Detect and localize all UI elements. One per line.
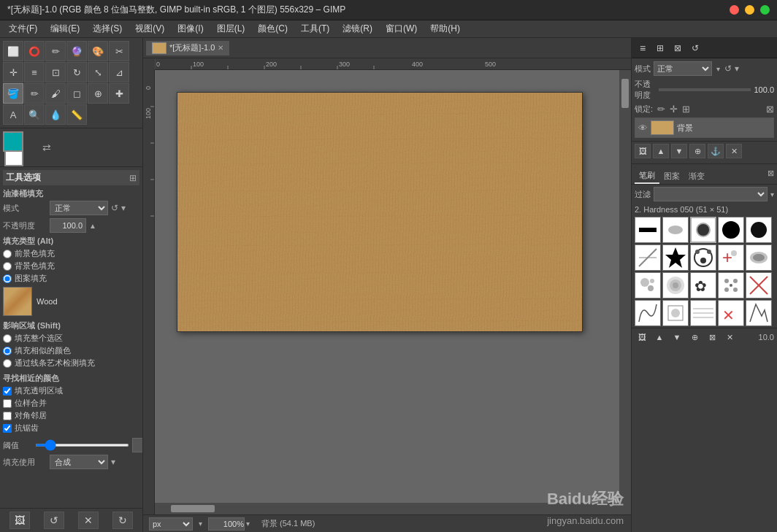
brush-item-8[interactable] [690,244,716,271]
lock-all-icon[interactable]: ⊠ [766,104,774,115]
layer-item[interactable]: 👁 背景 [635,118,773,137]
unit-chevron-icon[interactable]: ▾ [199,520,202,528]
affect3-radio[interactable] [3,359,12,368]
brush-item-16[interactable] [635,300,661,326]
rb-icon3[interactable]: ▼ [670,330,684,344]
tool-select-by-color[interactable]: 🎨 [88,41,108,61]
tool-bucket-fill[interactable]: 🪣 [3,83,23,104]
fill-use-select[interactable]: 合成 [50,455,108,469]
color-reset-icon[interactable]: ⇄ [42,142,51,153]
layers-opacity-bar[interactable] [659,88,751,91]
tool-options-expand-icon[interactable]: ⊞ [129,173,137,183]
tool-heal[interactable]: ✚ [109,83,129,104]
new-image-btn[interactable]: 🖼 [9,512,30,529]
brush-item-2[interactable] [662,217,689,243]
menu-layer[interactable]: 图层(L) [211,21,251,36]
layers-more-icon[interactable]: ▾ [735,63,739,74]
rb-icon4[interactable]: ⊕ [687,330,702,344]
tool-text[interactable]: A [3,104,23,125]
lock-position-icon[interactable]: ✛ [670,104,678,115]
pattern-box[interactable] [3,287,32,316]
tool-colorpicker[interactable]: 💧 [45,104,66,125]
layers-mode-chevron-icon[interactable]: ▾ [716,65,720,73]
tool-zoom[interactable]: 🔍 [24,104,45,125]
main-canvas[interactable] [177,92,583,332]
anchor-layer-btn[interactable]: ⚓ [708,144,724,158]
brush-item-6[interactable] [635,244,661,271]
right-top-icon1[interactable]: ≡ [635,40,651,56]
reset-btn[interactable]: ↺ [44,512,64,529]
affect1-radio[interactable] [3,334,12,343]
menu-image[interactable]: 图像(I) [172,21,209,36]
layers-reset-icon[interactable]: ↺ [724,63,732,74]
tool-crop[interactable]: ⊡ [45,62,66,82]
delete-layer-btn[interactable]: ✕ [726,144,742,158]
brush-item-13[interactable]: ✿ [690,272,716,298]
canvas-content[interactable] [155,70,631,503]
brush-item-1[interactable] [635,217,661,243]
right-top-icon3[interactable]: ⊠ [670,40,686,56]
fill-use-chevron-icon[interactable]: ▾ [111,457,115,467]
lock-pixel-icon[interactable]: ✏ [657,104,665,115]
canvas-tab-close-icon[interactable]: ✕ [218,44,223,52]
layers-mode-select[interactable]: 正常 [654,61,712,76]
brush-tab-more-icon[interactable]: ⊠ [768,169,774,184]
check1-checkbox[interactable] [3,387,12,396]
tab-brush[interactable]: 笔刷 [635,169,659,184]
tool-paintbrush[interactable]: 🖌 [45,83,66,104]
threshold-value[interactable]: 28.5 [132,438,142,452]
brush-item-12[interactable] [662,272,689,298]
brush-item-11[interactable] [635,272,661,298]
rb-icon1[interactable]: 🖼 [635,330,649,344]
brush-item-4[interactable] [718,217,744,243]
canvas-scroll-area[interactable]: 0 100 200 300 400 500 [143,58,631,514]
tool-rotate[interactable]: ↻ [66,62,87,82]
tool-shear[interactable]: ⊿ [109,62,129,82]
lock-alpha-icon[interactable]: ⊞ [682,104,690,115]
tool-scale[interactable]: ⤡ [88,62,108,82]
menu-file[interactable]: 文件(F) [3,21,43,36]
tool-fuzzy-select[interactable]: 🔮 [66,41,87,61]
tool-pencil[interactable]: ✏ [24,83,45,104]
brush-item-5[interactable] [746,217,772,243]
menu-tool[interactable]: 工具(T) [295,21,335,36]
filter-select[interactable] [654,187,768,201]
menu-window[interactable]: 窗口(W) [380,21,423,36]
opacity-input[interactable]: 100.0 [50,218,86,233]
mode-reset-icon[interactable]: ↺ [111,203,118,213]
brush-item-17[interactable] [662,300,689,326]
menu-filter[interactable]: 滤镜(R) [337,21,378,36]
tab-pattern[interactable]: 图案 [659,169,684,184]
fill-fg-radio[interactable] [3,250,12,258]
brush-item-19[interactable]: ✕ [718,300,744,326]
refresh-btn[interactable]: ↻ [112,512,133,529]
foreground-color-swatch[interactable] [3,131,23,152]
rb-icon6[interactable]: ✕ [722,330,737,344]
brush-item-14[interactable] [718,272,744,298]
right-top-icon4[interactable]: ↺ [687,40,703,56]
zoom-input[interactable]: 100% [208,517,245,531]
tool-scissors[interactable]: ✂ [109,41,129,61]
new-layer-btn[interactable]: 🖼 [635,144,651,158]
tool-measure[interactable]: 📏 [66,104,87,125]
fill-bg-radio[interactable] [3,262,12,271]
delete-btn[interactable]: ✕ [78,512,99,529]
canvas-tab[interactable]: *[无标题]-1.0 ✕ [146,41,229,55]
threshold-slider[interactable] [35,444,129,447]
menu-help[interactable]: 帮助(H) [424,21,466,36]
check4-checkbox[interactable] [3,424,12,433]
duplicate-layer-btn[interactable]: ⊕ [689,144,705,158]
layer-visibility-icon[interactable]: 👁 [638,123,648,134]
unit-select[interactable]: px [149,517,193,531]
filter-chevron-icon[interactable]: ▾ [770,190,774,198]
check2-checkbox[interactable] [3,399,12,408]
tool-align[interactable]: ≡ [24,62,45,82]
lower-layer-btn[interactable]: ▼ [671,144,687,158]
tool-eraser[interactable]: ◻ [66,83,87,104]
zoom-chevron-icon[interactable]: ▾ [246,520,250,528]
brush-item-3[interactable] [690,217,716,243]
horizontal-scrollbar[interactable] [155,503,631,514]
mode-select[interactable]: 正常 [50,201,108,215]
opacity-up-icon[interactable]: ▲ [89,222,96,230]
brush-item-7[interactable] [662,244,689,271]
